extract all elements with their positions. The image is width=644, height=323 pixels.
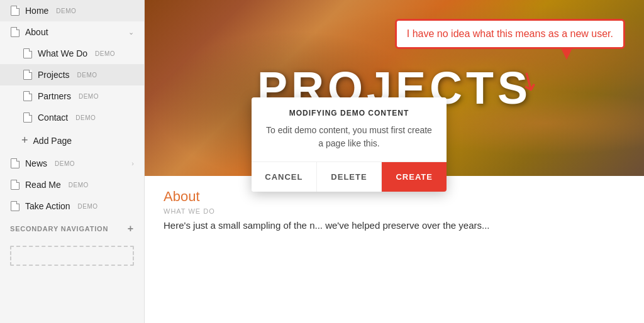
page-icon — [10, 6, 20, 16]
chevron-down-icon: ⌄ — [128, 28, 134, 36]
nav-badge-take-action: DEMO — [78, 203, 98, 210]
sidebar-item-add-page[interactable]: + Add Page — [0, 128, 144, 153]
sidebar-item-about[interactable]: About ⌄ — [0, 21, 144, 43]
nav-label-projects: Projects — [38, 70, 70, 80]
nav-badge-what-we-do: DEMO — [95, 50, 115, 57]
modal-title: MODIFYING DEMO CONTENT — [252, 97, 447, 124]
nav-label-take-action: Take Action — [25, 201, 70, 211]
page-icon-about — [10, 27, 20, 37]
create-button[interactable]: CREATE — [382, 162, 447, 192]
sidebar-item-projects[interactable]: Projects DEMO — [0, 64, 144, 85]
nav-label-home: Home — [25, 6, 48, 16]
nav-badge-partners: DEMO — [79, 93, 99, 100]
page-icon-what-we-do — [23, 48, 33, 58]
nav-label-what-we-do: What We Do — [38, 48, 87, 58]
secondary-nav-label: SECONDARY NAVIGATION — [10, 225, 108, 233]
nav-badge-contact: DEMO — [75, 114, 96, 121]
tooltip-text: I have no idea what this means as a new … — [407, 28, 613, 39]
sidebar-item-read-me[interactable]: Read Me DEMO — [0, 174, 144, 195]
sidebar-item-take-action[interactable]: Take Action DEMO — [0, 195, 144, 217]
nav-badge-projects: DEMO — [77, 72, 97, 79]
sidebar-item-contact[interactable]: Contact DEMO — [0, 107, 144, 128]
nav-label-add-page: Add Page — [33, 136, 72, 146]
sidebar-item-what-we-do[interactable]: What We Do DEMO — [0, 43, 144, 64]
page-icon-read-me — [10, 180, 20, 190]
secondary-nav-header: SECONDARY NAVIGATION + — [0, 217, 144, 241]
nav-label-read-me: Read Me — [25, 180, 61, 190]
nav-badge-news: DEMO — [55, 160, 75, 167]
modal-buttons: CANCEL DELETE CREATE — [252, 162, 447, 192]
nav-label-partners: Partners — [38, 91, 71, 101]
what-we-do-label: WHAT WE DO — [164, 207, 625, 215]
sidebar-item-partners[interactable]: Partners DEMO — [0, 85, 144, 107]
chevron-right-icon: › — [131, 160, 134, 167]
sidebar-item-news[interactable]: News DEMO › — [0, 153, 144, 174]
nav-badge-read-me: DEMO — [69, 182, 89, 189]
page-icon-partners — [23, 91, 33, 101]
secondary-nav-add-icon[interactable]: + — [128, 223, 134, 234]
main-content: PROJECTS I have no idea what this means … — [145, 0, 644, 323]
tooltip-bubble: I have no idea what this means as a new … — [395, 19, 625, 49]
nav-label-about: About — [25, 27, 48, 37]
nav-label-contact: Contact — [38, 112, 68, 123]
bottom-body-text: Here's just a small sampling of the n...… — [164, 220, 625, 231]
page-icon-take-action — [10, 201, 20, 211]
secondary-nav-placeholder — [10, 246, 134, 266]
nav-label-news: News — [25, 158, 47, 168]
page-icon-news — [10, 158, 20, 168]
plus-icon: + — [21, 134, 28, 147]
sidebar: Home DEMO About ⌄ What We Do DEMO Projec… — [0, 0, 145, 323]
modal-dialog: MODIFYING DEMO CONTENT To edit demo cont… — [252, 97, 447, 192]
sidebar-item-home[interactable]: Home DEMO — [0, 0, 144, 21]
cancel-button[interactable]: CANCEL — [252, 162, 317, 192]
modal-body: To edit demo content, you must first cre… — [252, 124, 447, 162]
page-icon-contact — [23, 112, 33, 123]
page-icon-projects — [23, 70, 33, 80]
nav-badge-home: DEMO — [56, 8, 76, 14]
delete-button[interactable]: DELETE — [317, 162, 382, 192]
